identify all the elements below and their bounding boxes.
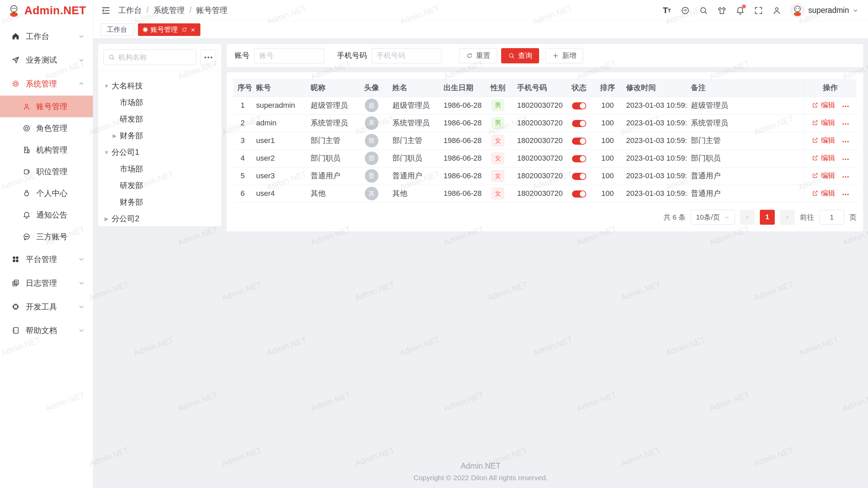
status-toggle[interactable]: [572, 138, 586, 145]
sidebar-item-workbench[interactable]: 工作台: [0, 24, 93, 48]
edit-button[interactable]: 编辑: [812, 171, 835, 180]
font-size-icon[interactable]: TT: [662, 5, 672, 16]
tree-node[interactable]: ▶分公司2: [101, 210, 218, 227]
edit-button[interactable]: 编辑: [812, 100, 835, 110]
search-button[interactable]: 查询: [501, 48, 539, 63]
cell-nickname: 部门主管: [307, 132, 355, 149]
tree-node[interactable]: 市场部: [101, 94, 218, 111]
logo[interactable]: Admin.NET: [0, 0, 93, 21]
more-actions-button[interactable]: [843, 141, 849, 142]
sidebar-item-third-party-account[interactable]: 三方账号: [0, 226, 93, 247]
account-input[interactable]: [254, 48, 324, 63]
sidebar-item-role-management[interactable]: 角色管理: [0, 117, 93, 139]
sidebar-item-org-management[interactable]: 机构管理: [0, 139, 93, 161]
sidebar-item-account-management[interactable]: 账号管理: [0, 96, 93, 117]
notification-icon[interactable]: [735, 5, 745, 16]
edit-button[interactable]: 编辑: [812, 188, 835, 198]
phone-input[interactable]: [372, 48, 441, 63]
sidebar-item-label: 职位管理: [36, 166, 67, 177]
caret-right-icon[interactable]: ▶: [101, 216, 112, 222]
menu-fold-icon[interactable]: [101, 5, 111, 16]
sidebar-item-log-management[interactable]: 日志管理: [0, 271, 93, 295]
tree-node[interactable]: ▶财务部: [101, 127, 218, 144]
accounts-table-panel: 序号 账号 昵称 头像 姓名 出生日期 性别 手机号码 状态 排序: [226, 72, 864, 232]
cell-account: superadmin: [252, 97, 307, 114]
breadcrumb-item[interactable]: 系统管理: [153, 5, 184, 16]
more-actions-button[interactable]: [843, 106, 849, 107]
sidebar-item-label: 日志管理: [26, 278, 57, 288]
close-icon[interactable]: ×: [191, 26, 195, 33]
breadcrumb-separator: /: [189, 6, 191, 15]
add-button[interactable]: 新增: [545, 48, 583, 63]
next-page-button[interactable]: ›: [780, 210, 795, 225]
sidebar-item-personal-center[interactable]: 个人中心: [0, 182, 93, 204]
chevron-down-icon: [78, 303, 85, 310]
sidebar-item-position-management[interactable]: 职位管理: [0, 161, 93, 182]
breadcrumb-item[interactable]: 工作台: [118, 5, 142, 16]
more-actions-button[interactable]: [843, 159, 849, 160]
account-label: 账号: [235, 50, 250, 61]
tree-node-label: 大名科技: [112, 81, 143, 91]
language-icon[interactable]: 中: [680, 5, 690, 16]
current-page-button[interactable]: 1: [760, 210, 775, 225]
sidebar-item-notice[interactable]: 通知公告: [0, 204, 93, 226]
tree-node[interactable]: 市场部: [101, 161, 218, 177]
status-toggle[interactable]: [572, 155, 586, 162]
caret-down-icon[interactable]: ▼: [101, 83, 112, 89]
table-row: 1 superadmin 超级管理员 超 超级管理员 1986-06-28 男 …: [233, 97, 856, 114]
org-search-input[interactable]: [118, 53, 192, 61]
edit-button[interactable]: 编辑: [812, 118, 835, 127]
status-toggle[interactable]: [572, 190, 586, 198]
status-toggle[interactable]: [572, 102, 586, 109]
breadcrumb-item[interactable]: 账号管理: [196, 5, 228, 16]
caret-down-icon[interactable]: ▼: [101, 149, 112, 155]
search-icon[interactable]: [698, 5, 709, 16]
more-actions-button[interactable]: [843, 194, 849, 195]
more-actions-button[interactable]: [843, 123, 849, 125]
sidebar-item-help-docs[interactable]: 帮助文档: [0, 319, 93, 342]
fullscreen-icon[interactable]: [753, 5, 764, 16]
username: superadmin: [808, 6, 849, 15]
org-search-field[interactable]: [103, 49, 196, 65]
org-more-button[interactable]: [200, 49, 216, 65]
goto-page-input[interactable]: [819, 210, 844, 225]
cell-nickname: 普通用户: [307, 167, 355, 185]
sidebar-item-dev-tools[interactable]: 开发工具: [0, 295, 93, 319]
user-menu[interactable]: superadmin: [790, 3, 859, 18]
profile-icon[interactable]: [772, 5, 782, 16]
status-toggle[interactable]: [572, 120, 586, 127]
reset-button[interactable]: 重置: [459, 48, 497, 63]
prev-page-button[interactable]: ‹: [740, 210, 755, 225]
tab-account-management[interactable]: 账号管理 ×: [138, 23, 200, 36]
cell-modified-time: 2023-01-03 10:59:44: [622, 114, 687, 132]
sidebar-item-business-test[interactable]: 业务测试: [0, 48, 93, 72]
theme-icon[interactable]: [717, 5, 727, 16]
gender-badge: 男: [492, 100, 504, 111]
tree-node[interactable]: 研发部: [101, 111, 218, 127]
status-toggle[interactable]: [572, 173, 586, 180]
table-row: 6 user4 其他 其 其他 1986-06-28 女 18020030720…: [233, 185, 856, 202]
user-icon: [22, 102, 31, 111]
cell-modified-time: 2023-01-03 10:59:44: [622, 97, 687, 114]
add-label: 新增: [562, 51, 576, 60]
edit-icon: [812, 155, 818, 161]
edit-button[interactable]: 编辑: [812, 136, 835, 145]
caret-right-icon[interactable]: ▶: [110, 133, 120, 139]
cell-birthdate: 1986-06-28: [439, 149, 483, 167]
tree-node[interactable]: ▼分公司1: [101, 144, 218, 161]
cell-index: 4: [233, 149, 252, 167]
tab-workbench[interactable]: 工作台: [101, 23, 133, 36]
tree-node[interactable]: 研发部: [101, 177, 218, 194]
edit-button[interactable]: 编辑: [812, 153, 835, 163]
search-icon: [108, 54, 115, 61]
chevron-down-icon: [78, 256, 85, 263]
more-actions-button[interactable]: [843, 176, 849, 178]
cell-name: 系统管理员: [388, 114, 439, 132]
sidebar-item-system-management[interactable]: 系统管理: [0, 72, 93, 96]
tree-node[interactable]: ▼大名科技: [101, 78, 218, 94]
cell-account: user1: [252, 132, 307, 149]
tree-node[interactable]: 财务部: [101, 194, 218, 210]
refresh-icon[interactable]: [181, 26, 188, 33]
page-size-select[interactable]: 10条/页: [691, 210, 735, 225]
sidebar-item-platform-management[interactable]: 平台管理: [0, 247, 93, 271]
